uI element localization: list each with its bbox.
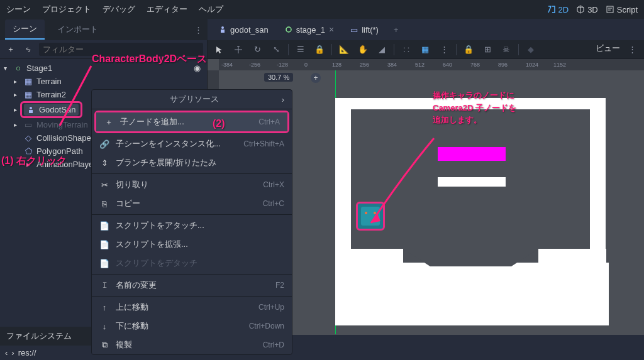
level-floor-right xyxy=(538,249,606,263)
character-sprite[interactable] xyxy=(356,202,385,231)
filesystem-header: ファイルシステム xyxy=(0,327,91,346)
scene-tab-lift[interactable]: ▭ lift(*) xyxy=(344,22,385,38)
chevron-right-icon[interactable]: ▸ xyxy=(14,106,20,113)
animation-icon: ▸ xyxy=(24,160,33,169)
polygon-icon: ⬠ xyxy=(24,147,33,156)
scene-tab-godot-san[interactable]: godot_san xyxy=(213,22,275,38)
lift-icon: ▭ xyxy=(350,25,358,35)
ctx-attach-script[interactable]: 📄 スクリプトをアタッチ... xyxy=(92,216,292,235)
group-tool[interactable]: ⊞ xyxy=(480,43,494,57)
view-menu[interactable]: ビュー xyxy=(596,43,620,57)
script-extend-icon: 📄 xyxy=(99,240,109,249)
level-ceiling xyxy=(335,98,606,109)
snap-menu[interactable]: ⋮ xyxy=(437,43,451,57)
level-floor-left xyxy=(335,249,403,263)
ctx-move-up[interactable]: ↑ 上に移動 Ctrl+Up xyxy=(92,298,292,317)
svg-point-4 xyxy=(30,107,32,109)
ctx-move-down[interactable]: ↓ 下に移動 Ctrl+Down xyxy=(92,317,292,335)
copy-icon: ⎘ xyxy=(99,199,109,209)
mode-script-button[interactable]: Script xyxy=(606,5,638,14)
grid-tool[interactable]: ▦ xyxy=(418,43,432,57)
menubar: シーン プロジェクト デバッグ エディター ヘルプ 2D 3D Script xyxy=(0,0,644,19)
chevron-right-icon[interactable]: ▸ xyxy=(14,78,20,85)
plus-icon: + xyxy=(104,117,114,127)
script-detach-icon: 📄 xyxy=(99,259,109,268)
panel-menu-icon[interactable]: ⋮ xyxy=(194,25,203,35)
ctx-extend-script[interactable]: 📄 スクリプトを拡張... xyxy=(92,235,292,254)
mode-3d-button[interactable]: 3D xyxy=(576,5,598,14)
scene-tab-stage-1[interactable]: stage_1 × xyxy=(279,21,340,38)
characterbody2d-icon xyxy=(26,106,35,114)
chevron-down-icon[interactable]: ▾ xyxy=(4,65,10,72)
arrow-up-icon: ↑ xyxy=(99,303,109,312)
body-icon xyxy=(219,26,226,33)
level-platform xyxy=(438,177,506,187)
arrow-down-icon: ↓ xyxy=(99,322,109,331)
move-tool[interactable] xyxy=(231,43,245,57)
filter-input[interactable] xyxy=(39,43,203,56)
chevron-left-icon[interactable]: ‹ xyxy=(5,348,8,357)
rotate-tool[interactable]: ↻ xyxy=(250,43,264,57)
tree-godotsan[interactable]: GodotSan xyxy=(24,104,79,116)
menu-scene[interactable]: シーン xyxy=(6,4,31,15)
script-icon xyxy=(606,5,614,14)
snap-tool[interactable]: ⸬ xyxy=(399,43,413,57)
filesystem-path[interactable]: ‹ › res:// xyxy=(0,346,91,360)
duplicate-icon: ⧉ xyxy=(99,340,109,350)
tree-terrain[interactable]: ▸ ▦ Terrain xyxy=(0,75,207,88)
magenta-platform xyxy=(438,147,506,161)
move-icon xyxy=(234,45,243,54)
close-icon[interactable]: × xyxy=(329,25,334,35)
level-ground xyxy=(335,263,609,325)
lock-selected[interactable]: 🔒 xyxy=(462,43,475,57)
lock-tool[interactable]: 🔒 xyxy=(313,43,326,57)
mode-2d-icon xyxy=(547,5,556,14)
ctx-add-child[interactable]: + 子ノードを追加... Ctrl+A xyxy=(96,112,287,131)
filesystem-panel: ファイルシステム ‹ › res:// xyxy=(0,327,91,360)
link-button[interactable] xyxy=(21,43,35,57)
chevron-right-icon[interactable]: › xyxy=(11,348,14,357)
tab-scene[interactable]: シーン xyxy=(5,19,45,40)
tree-root[interactable]: ▾ ○ Stage1 ◉ xyxy=(0,62,207,75)
scale-tool[interactable]: ⤡ xyxy=(269,43,283,57)
viewport-toolbar: ↻ ⤡ ☰ 🔒 📐 ✋ ◢ ⸬ ▦ ⋮ 🔒 ⊞ ☠ ◆ ビュー ⋮ xyxy=(208,40,644,59)
node2d-icon: ○ xyxy=(14,64,23,73)
menu-help[interactable]: ヘルプ xyxy=(199,4,223,15)
menu-editor[interactable]: エディター xyxy=(147,4,187,15)
tilemap-icon: ▦ xyxy=(24,77,33,86)
ctx-duplicate[interactable]: ⧉ 複製 Ctrl+D xyxy=(92,335,292,354)
level-wall xyxy=(335,98,351,252)
chevron-right-icon[interactable]: › xyxy=(282,95,284,104)
visibility-icon[interactable]: ◉ xyxy=(194,63,201,73)
ruler-horizontal: -384 -256 -128 0 128 256 384 512 640 768… xyxy=(219,59,644,70)
select-tool[interactable] xyxy=(213,43,226,57)
body-icon: ▭ xyxy=(24,121,33,129)
ctx-rename[interactable]: 𝙸 名前の変更 F2 xyxy=(92,276,292,295)
pan-tool[interactable]: ✋ xyxy=(356,43,370,57)
animation-tool[interactable]: ◆ xyxy=(524,43,538,57)
script-attach-icon: 📄 xyxy=(99,221,109,231)
collision-icon: ◇ xyxy=(24,134,33,143)
menu-debug[interactable]: デバッグ xyxy=(103,4,135,15)
add-tab-button[interactable]: + xyxy=(389,25,404,35)
ctx-copy[interactable]: ⎘ コピー Ctrl+C xyxy=(92,194,292,213)
scene-tabs: godot_san stage_1 × ▭ lift(*) + xyxy=(208,19,644,40)
skeleton-tool[interactable]: ☠ xyxy=(499,43,513,57)
ruler-tool[interactable]: 📐 xyxy=(337,43,351,57)
ctx-cut[interactable]: ✂ 切り取り Ctrl+X xyxy=(92,175,292,194)
measure-tool[interactable]: ◢ xyxy=(375,43,389,57)
level-wall-right xyxy=(590,98,606,252)
chevron-right-icon[interactable]: ▸ xyxy=(14,121,20,128)
menu-project[interactable]: プロジェクト xyxy=(42,4,91,15)
rename-icon: 𝙸 xyxy=(99,280,109,290)
mode-2d-button[interactable]: 2D xyxy=(547,5,569,14)
chevron-right-icon[interactable]: ▸ xyxy=(14,91,20,98)
add-node-button[interactable]: + xyxy=(4,43,18,57)
node2d-icon xyxy=(285,26,292,33)
ctx-instance-scene[interactable]: 🔗 子シーンをインスタンス化... Ctrl+Shift+A xyxy=(92,134,292,153)
tab-import[interactable]: インポート xyxy=(50,20,106,39)
svg-rect-0 xyxy=(607,6,613,13)
list-tool[interactable]: ☰ xyxy=(294,43,308,57)
view-dropdown[interactable]: ⋮ xyxy=(625,43,639,57)
ctx-expand-collapse[interactable]: ⇕ ブランチを展開/折りたたみ xyxy=(92,153,292,172)
